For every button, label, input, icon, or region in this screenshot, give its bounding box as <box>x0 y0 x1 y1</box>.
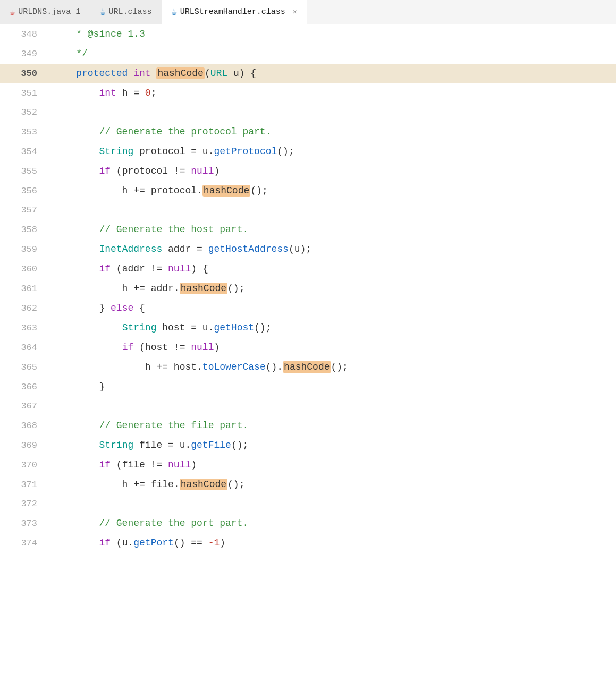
tab-url[interactable]: ☕ URL.class <box>90 0 162 24</box>
code-line-363: 363 String host = u.getHost(); <box>0 318 616 338</box>
line-number-350: 350 <box>0 64 48 83</box>
line-content-351: int h = 0; <box>48 83 156 103</box>
blue-cup-icon-2: ☕ <box>172 6 177 18</box>
line-number-353: 353 <box>0 123 48 142</box>
code-line-359: 359 InetAddress addr = getHostAddress(u)… <box>0 240 616 259</box>
code-line-360: 360 if (addr != null) { <box>0 259 616 279</box>
line-content-362: } else { <box>48 299 145 318</box>
line-number-363: 363 <box>0 319 48 338</box>
code-line-351: 351 int h = 0; <box>0 83 616 103</box>
line-number-359: 359 <box>0 240 48 259</box>
line-number-361: 361 <box>0 279 48 299</box>
line-number-372: 372 <box>0 495 48 514</box>
line-content-370: if (file != null) <box>48 455 197 474</box>
code-line-358: 358 // Generate the host part. <box>0 220 616 240</box>
code-line-372: 372 <box>0 495 616 514</box>
tab-url-label: URL.class <box>109 7 152 16</box>
line-content-371: h += file.hashCode(); <box>48 475 244 494</box>
line-content-366: } <box>48 377 105 396</box>
line-content-364: if (host != null) <box>48 338 220 357</box>
line-number-370: 370 <box>0 456 48 475</box>
line-number-360: 360 <box>0 260 48 279</box>
blue-cup-icon-1: ☕ <box>100 6 105 18</box>
line-content-360: if (addr != null) { <box>48 259 208 278</box>
line-number-374: 374 <box>0 534 48 553</box>
code-line-369: 369 String file = u.getFile(); <box>0 436 616 455</box>
code-line-357: 357 <box>0 201 616 220</box>
line-content-358: // Generate the host part. <box>48 220 248 239</box>
line-content-356: h += protocol.hashCode(); <box>48 181 268 200</box>
line-number-362: 362 <box>0 299 48 318</box>
line-content-349: */ <box>48 44 88 63</box>
code-line-366: 366 } <box>0 377 616 397</box>
code-editor: 348 * @since 1.3 349 */ 350 protected in… <box>0 24 616 553</box>
code-line-364: 364 if (host != null) <box>0 338 616 357</box>
line-content-355: if (protocol != null) <box>48 161 220 181</box>
line-content-368: // Generate the file part. <box>48 416 248 435</box>
code-line-348: 348 * @since 1.3 <box>0 24 616 44</box>
tab-bar: ☕ URLDNS.java 1 ☕ URL.class ☕ URLStreamH… <box>0 0 616 24</box>
line-number-349: 349 <box>0 45 48 64</box>
line-number-369: 369 <box>0 436 48 455</box>
line-number-352: 352 <box>0 103 48 122</box>
line-content-365: h += host.toLowerCase().hashCode(); <box>48 357 348 377</box>
line-number-354: 354 <box>0 142 48 161</box>
code-line-353: 353 // Generate the protocol part. <box>0 122 616 142</box>
line-content-350: protected int hashCode(URL u) { <box>48 64 256 83</box>
line-number-365: 365 <box>0 358 48 377</box>
line-content-354: String protocol = u.getProtocol(); <box>48 142 294 161</box>
line-number-348: 348 <box>0 25 48 44</box>
code-line-352: 352 <box>0 103 616 122</box>
code-line-356: 356 h += protocol.hashCode(); <box>0 181 616 201</box>
line-number-366: 366 <box>0 378 48 397</box>
line-number-355: 355 <box>0 162 48 181</box>
tab-urldns-label: URLDNS.java 1 <box>18 7 80 16</box>
line-content-359: InetAddress addr = getHostAddress(u); <box>48 240 311 259</box>
line-number-364: 364 <box>0 338 48 357</box>
line-number-351: 351 <box>0 84 48 103</box>
line-number-371: 371 <box>0 475 48 495</box>
code-line-349: 349 */ <box>0 44 616 64</box>
code-line-373: 373 // Generate the port part. <box>0 514 616 533</box>
line-content-348: * @since 1.3 <box>48 24 145 44</box>
code-line-355: 355 if (protocol != null) <box>0 161 616 181</box>
code-line-370: 370 if (file != null) <box>0 455 616 475</box>
red-cup-icon: ☕ <box>10 6 15 18</box>
line-number-367: 367 <box>0 397 48 416</box>
line-number-368: 368 <box>0 416 48 436</box>
code-line-362: 362 } else { <box>0 299 616 318</box>
code-line-371: 371 h += file.hashCode(); <box>0 475 616 495</box>
tab-urlstreamhandler-label: URLStreamHandler.class <box>180 7 285 16</box>
line-content-353: // Generate the protocol part. <box>48 122 271 141</box>
line-content-361: h += addr.hashCode(); <box>48 279 244 298</box>
code-line-361: 361 h += addr.hashCode(); <box>0 279 616 299</box>
line-content-373: // Generate the port part. <box>48 514 248 533</box>
tab-urldns[interactable]: ☕ URLDNS.java 1 <box>0 0 90 24</box>
line-number-356: 356 <box>0 182 48 201</box>
line-number-358: 358 <box>0 220 48 240</box>
code-line-354: 354 String protocol = u.getProtocol(); <box>0 142 616 161</box>
tab-urlstreamhandler[interactable]: ☕ URLStreamHandler.class ✕ <box>162 0 307 24</box>
line-content-369: String file = u.getFile(); <box>48 436 248 455</box>
close-icon[interactable]: ✕ <box>293 7 297 16</box>
code-line-350: 350 protected int hashCode(URL u) { <box>0 64 616 83</box>
line-content-374: if (u.getPort() == -1) <box>48 533 225 552</box>
code-line-374: 374 if (u.getPort() == -1) <box>0 533 616 553</box>
code-line-367: 367 <box>0 397 616 416</box>
line-number-357: 357 <box>0 201 48 220</box>
line-number-373: 373 <box>0 514 48 533</box>
code-line-368: 368 // Generate the file part. <box>0 416 616 436</box>
line-content-363: String host = u.getHost(); <box>48 318 272 337</box>
code-line-365: 365 h += host.toLowerCase().hashCode(); <box>0 357 616 377</box>
